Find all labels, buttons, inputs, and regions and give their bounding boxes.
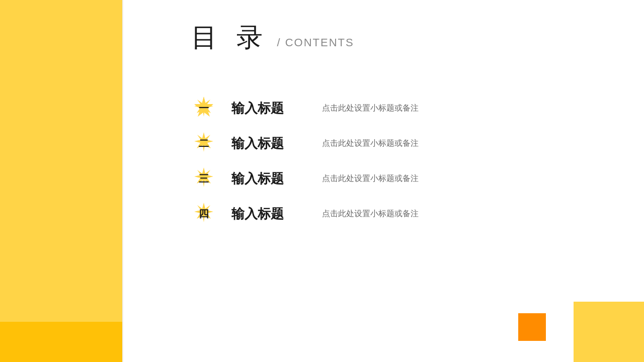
- content-item-1: 一 输入标题 点击此处设置小标题或备注: [191, 96, 614, 121]
- bottom-left-bar: [0, 322, 122, 362]
- badge-4: 四: [191, 201, 216, 226]
- badge-text-1: 一: [199, 102, 209, 115]
- item-title-4[interactable]: 输入标题: [231, 205, 297, 223]
- page-title-section: 目 录 / CONTENTS: [191, 20, 614, 55]
- main-content: 目 录 / CONTENTS 一 输入标题 点击此处设置小标题或备注: [161, 0, 644, 362]
- content-item-4: 四 输入标题 点击此处设置小标题或备注: [191, 201, 614, 226]
- badge-text-2: 二: [199, 137, 209, 150]
- item-subtitle-4[interactable]: 点击此处设置小标题或备注: [322, 209, 419, 219]
- deco-square-light: [574, 302, 644, 362]
- badge-text-4: 四: [199, 207, 209, 221]
- content-item-2: 二 输入标题 点击此处设置小标题或备注: [191, 131, 614, 156]
- badge-1: 一: [191, 96, 216, 121]
- deco-square-dark: [518, 313, 546, 341]
- right-divider-bar: [122, 0, 160, 362]
- item-subtitle-1[interactable]: 点击此处设置小标题或备注: [322, 103, 419, 114]
- item-title-3[interactable]: 输入标题: [231, 170, 297, 188]
- badge-2: 二: [191, 131, 216, 156]
- item-title-1[interactable]: 输入标题: [231, 100, 297, 117]
- item-subtitle-2[interactable]: 点击此处设置小标题或备注: [322, 138, 419, 149]
- content-item-3: 三 输入标题 点击此处设置小标题或备注: [191, 166, 614, 191]
- badge-text-3: 三: [199, 172, 209, 186]
- item-subtitle-3[interactable]: 点击此处设置小标题或备注: [322, 173, 419, 184]
- title-english: / CONTENTS: [277, 36, 354, 49]
- left-sidebar: [0, 0, 122, 322]
- content-list: 一 输入标题 点击此处设置小标题或备注 二 输入标题 点击此处设置小标题或备注 …: [191, 96, 614, 226]
- item-title-2[interactable]: 输入标题: [231, 135, 297, 152]
- title-chinese: 目 录: [191, 20, 269, 55]
- badge-3: 三: [191, 166, 216, 191]
